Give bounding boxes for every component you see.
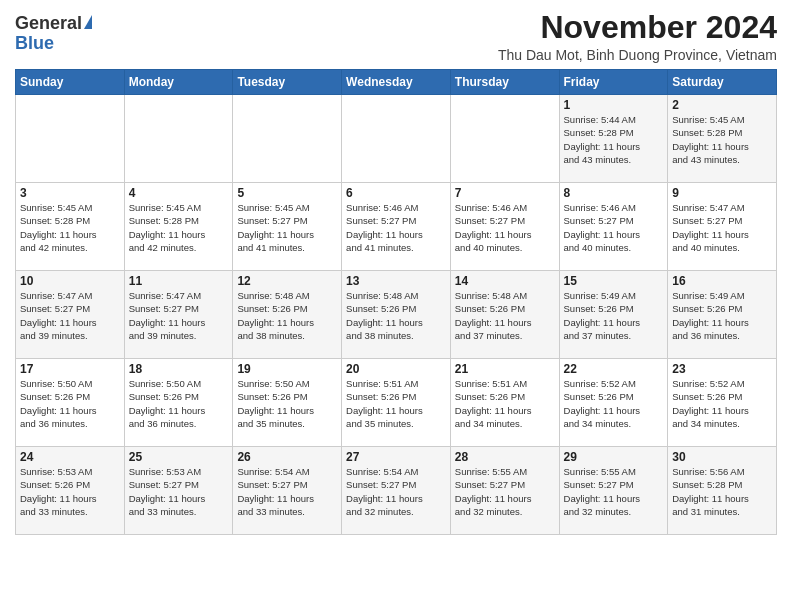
calendar-cell: 13Sunrise: 5:48 AM Sunset: 5:26 PM Dayli… — [342, 271, 451, 359]
day-info: Sunrise: 5:48 AM Sunset: 5:26 PM Dayligh… — [346, 289, 446, 342]
day-number: 24 — [20, 450, 120, 464]
day-of-week-header: Thursday — [450, 70, 559, 95]
day-number: 21 — [455, 362, 555, 376]
day-number: 19 — [237, 362, 337, 376]
day-info: Sunrise: 5:44 AM Sunset: 5:28 PM Dayligh… — [564, 113, 664, 166]
day-number: 17 — [20, 362, 120, 376]
day-of-week-header: Monday — [124, 70, 233, 95]
day-number: 28 — [455, 450, 555, 464]
day-number: 3 — [20, 186, 120, 200]
calendar-cell: 3Sunrise: 5:45 AM Sunset: 5:28 PM Daylig… — [16, 183, 125, 271]
calendar-cell: 7Sunrise: 5:46 AM Sunset: 5:27 PM Daylig… — [450, 183, 559, 271]
calendar-cell: 4Sunrise: 5:45 AM Sunset: 5:28 PM Daylig… — [124, 183, 233, 271]
day-info: Sunrise: 5:48 AM Sunset: 5:26 PM Dayligh… — [237, 289, 337, 342]
day-number: 27 — [346, 450, 446, 464]
day-number: 14 — [455, 274, 555, 288]
title-block: November 2024 Thu Dau Mot, Binh Duong Pr… — [498, 10, 777, 63]
calendar-cell: 20Sunrise: 5:51 AM Sunset: 5:26 PM Dayli… — [342, 359, 451, 447]
day-number: 7 — [455, 186, 555, 200]
day-info: Sunrise: 5:51 AM Sunset: 5:26 PM Dayligh… — [455, 377, 555, 430]
calendar-cell: 25Sunrise: 5:53 AM Sunset: 5:27 PM Dayli… — [124, 447, 233, 535]
calendar-cell: 11Sunrise: 5:47 AM Sunset: 5:27 PM Dayli… — [124, 271, 233, 359]
day-info: Sunrise: 5:49 AM Sunset: 5:26 PM Dayligh… — [672, 289, 772, 342]
day-info: Sunrise: 5:52 AM Sunset: 5:26 PM Dayligh… — [564, 377, 664, 430]
day-info: Sunrise: 5:47 AM Sunset: 5:27 PM Dayligh… — [20, 289, 120, 342]
calendar-cell: 24Sunrise: 5:53 AM Sunset: 5:26 PM Dayli… — [16, 447, 125, 535]
day-info: Sunrise: 5:46 AM Sunset: 5:27 PM Dayligh… — [346, 201, 446, 254]
day-number: 25 — [129, 450, 229, 464]
calendar-cell — [450, 95, 559, 183]
calendar-cell: 27Sunrise: 5:54 AM Sunset: 5:27 PM Dayli… — [342, 447, 451, 535]
day-number: 18 — [129, 362, 229, 376]
calendar-cell — [16, 95, 125, 183]
day-info: Sunrise: 5:48 AM Sunset: 5:26 PM Dayligh… — [455, 289, 555, 342]
calendar-header: SundayMondayTuesdayWednesdayThursdayFrid… — [16, 70, 777, 95]
day-info: Sunrise: 5:46 AM Sunset: 5:27 PM Dayligh… — [455, 201, 555, 254]
calendar-cell: 15Sunrise: 5:49 AM Sunset: 5:26 PM Dayli… — [559, 271, 668, 359]
calendar-cell: 10Sunrise: 5:47 AM Sunset: 5:27 PM Dayli… — [16, 271, 125, 359]
calendar-cell: 5Sunrise: 5:45 AM Sunset: 5:27 PM Daylig… — [233, 183, 342, 271]
calendar-cell: 16Sunrise: 5:49 AM Sunset: 5:26 PM Dayli… — [668, 271, 777, 359]
calendar-cell: 12Sunrise: 5:48 AM Sunset: 5:26 PM Dayli… — [233, 271, 342, 359]
day-info: Sunrise: 5:45 AM Sunset: 5:28 PM Dayligh… — [20, 201, 120, 254]
day-info: Sunrise: 5:50 AM Sunset: 5:26 PM Dayligh… — [237, 377, 337, 430]
calendar-cell — [342, 95, 451, 183]
day-number: 6 — [346, 186, 446, 200]
day-number: 13 — [346, 274, 446, 288]
day-info: Sunrise: 5:45 AM Sunset: 5:28 PM Dayligh… — [129, 201, 229, 254]
calendar-cell: 21Sunrise: 5:51 AM Sunset: 5:26 PM Dayli… — [450, 359, 559, 447]
day-number: 5 — [237, 186, 337, 200]
day-info: Sunrise: 5:46 AM Sunset: 5:27 PM Dayligh… — [564, 201, 664, 254]
calendar-cell: 1Sunrise: 5:44 AM Sunset: 5:28 PM Daylig… — [559, 95, 668, 183]
day-info: Sunrise: 5:45 AM Sunset: 5:27 PM Dayligh… — [237, 201, 337, 254]
day-of-week-header: Friday — [559, 70, 668, 95]
day-number: 22 — [564, 362, 664, 376]
logo-blue-text: Blue — [15, 34, 54, 54]
calendar-cell: 9Sunrise: 5:47 AM Sunset: 5:27 PM Daylig… — [668, 183, 777, 271]
day-number: 1 — [564, 98, 664, 112]
day-of-week-header: Saturday — [668, 70, 777, 95]
day-info: Sunrise: 5:54 AM Sunset: 5:27 PM Dayligh… — [237, 465, 337, 518]
calendar-cell: 8Sunrise: 5:46 AM Sunset: 5:27 PM Daylig… — [559, 183, 668, 271]
day-info: Sunrise: 5:49 AM Sunset: 5:26 PM Dayligh… — [564, 289, 664, 342]
calendar-cell: 26Sunrise: 5:54 AM Sunset: 5:27 PM Dayli… — [233, 447, 342, 535]
day-number: 4 — [129, 186, 229, 200]
logo-icon — [84, 15, 92, 29]
day-of-week-header: Wednesday — [342, 70, 451, 95]
calendar-table: SundayMondayTuesdayWednesdayThursdayFrid… — [15, 69, 777, 535]
calendar-cell: 19Sunrise: 5:50 AM Sunset: 5:26 PM Dayli… — [233, 359, 342, 447]
day-number: 23 — [672, 362, 772, 376]
calendar-cell — [124, 95, 233, 183]
day-info: Sunrise: 5:50 AM Sunset: 5:26 PM Dayligh… — [129, 377, 229, 430]
logo-general-text: General — [15, 14, 82, 34]
day-of-week-header: Sunday — [16, 70, 125, 95]
day-number: 2 — [672, 98, 772, 112]
day-info: Sunrise: 5:55 AM Sunset: 5:27 PM Dayligh… — [564, 465, 664, 518]
day-number: 10 — [20, 274, 120, 288]
day-number: 30 — [672, 450, 772, 464]
day-number: 15 — [564, 274, 664, 288]
month-title: November 2024 — [498, 10, 777, 45]
day-info: Sunrise: 5:52 AM Sunset: 5:26 PM Dayligh… — [672, 377, 772, 430]
day-number: 20 — [346, 362, 446, 376]
calendar-cell: 30Sunrise: 5:56 AM Sunset: 5:28 PM Dayli… — [668, 447, 777, 535]
calendar-cell: 23Sunrise: 5:52 AM Sunset: 5:26 PM Dayli… — [668, 359, 777, 447]
calendar-cell: 2Sunrise: 5:45 AM Sunset: 5:28 PM Daylig… — [668, 95, 777, 183]
calendar-cell: 29Sunrise: 5:55 AM Sunset: 5:27 PM Dayli… — [559, 447, 668, 535]
day-number: 12 — [237, 274, 337, 288]
day-info: Sunrise: 5:53 AM Sunset: 5:26 PM Dayligh… — [20, 465, 120, 518]
day-info: Sunrise: 5:51 AM Sunset: 5:26 PM Dayligh… — [346, 377, 446, 430]
day-number: 11 — [129, 274, 229, 288]
day-number: 26 — [237, 450, 337, 464]
day-info: Sunrise: 5:47 AM Sunset: 5:27 PM Dayligh… — [672, 201, 772, 254]
calendar-cell: 22Sunrise: 5:52 AM Sunset: 5:26 PM Dayli… — [559, 359, 668, 447]
location-subtitle: Thu Dau Mot, Binh Duong Province, Vietna… — [498, 47, 777, 63]
day-number: 16 — [672, 274, 772, 288]
calendar-cell: 6Sunrise: 5:46 AM Sunset: 5:27 PM Daylig… — [342, 183, 451, 271]
day-info: Sunrise: 5:53 AM Sunset: 5:27 PM Dayligh… — [129, 465, 229, 518]
day-number: 29 — [564, 450, 664, 464]
calendar-cell — [233, 95, 342, 183]
day-info: Sunrise: 5:54 AM Sunset: 5:27 PM Dayligh… — [346, 465, 446, 518]
day-info: Sunrise: 5:55 AM Sunset: 5:27 PM Dayligh… — [455, 465, 555, 518]
logo: General Blue — [15, 10, 92, 54]
